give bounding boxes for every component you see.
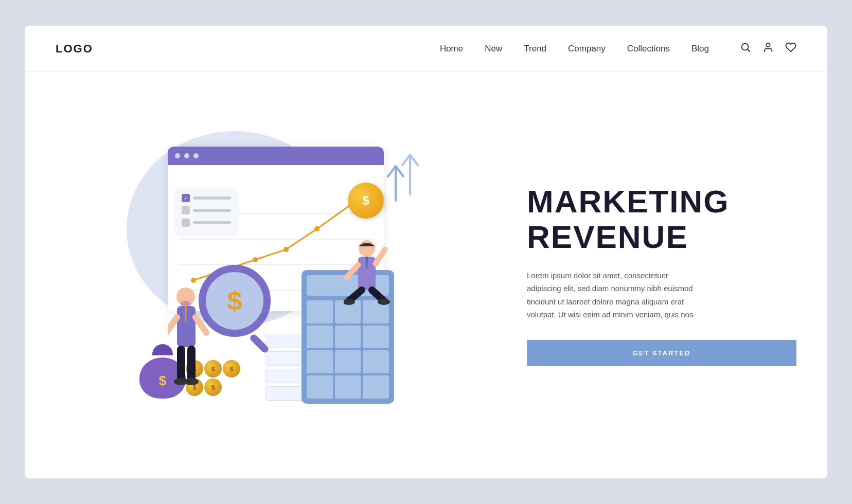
svg-point-0 xyxy=(742,44,749,50)
hero-illustration: ✓ $ xyxy=(25,72,506,478)
calc-key-10 xyxy=(307,375,333,399)
nav-link-blog[interactable]: Blog xyxy=(691,44,709,53)
magnifier-handle xyxy=(248,333,270,354)
person-standing xyxy=(168,286,214,394)
hero-text: MARKETING REVENUE Lorem ipsum dolor sit … xyxy=(506,72,827,478)
logo: LOGO xyxy=(56,42,93,56)
nav-link-home[interactable]: Home xyxy=(440,44,463,53)
calc-key-6 xyxy=(363,326,389,349)
check-line-2 xyxy=(193,209,231,212)
hero-section: ✓ $ xyxy=(25,72,827,478)
svg-rect-20 xyxy=(177,346,185,382)
arrow-up-2 xyxy=(397,151,423,197)
svg-point-23 xyxy=(184,378,199,385)
hero-title-line2: REVENUE xyxy=(527,219,688,255)
svg-point-11 xyxy=(314,226,319,231)
heart-icon[interactable] xyxy=(785,42,796,56)
check-box-2 xyxy=(182,206,190,214)
hero-title-line1: MARKETING xyxy=(527,184,729,219)
coin-3: $ xyxy=(223,360,240,377)
svg-point-9 xyxy=(253,257,258,262)
nav-icons xyxy=(740,42,796,56)
svg-point-7 xyxy=(191,278,196,283)
calc-key-5 xyxy=(335,326,361,349)
navbar: LOGO Home New Trend Company Collections … xyxy=(25,26,827,72)
svg-line-27 xyxy=(346,265,358,278)
check-item-3 xyxy=(182,219,231,227)
svg-line-28 xyxy=(376,249,385,264)
nav-link-collections[interactable]: Collections xyxy=(627,44,670,53)
nav-item-trend[interactable]: Trend xyxy=(524,44,546,54)
check-item-1: ✓ xyxy=(182,194,231,202)
user-icon[interactable] xyxy=(762,42,774,56)
svg-point-25 xyxy=(359,240,375,257)
small-coin: $ xyxy=(348,183,384,219)
check-box-1: ✓ xyxy=(182,194,190,202)
nav-link-trend[interactable]: Trend xyxy=(524,44,546,53)
nav-links: Home New Trend Company Collections Blog xyxy=(440,44,709,54)
nav-link-company[interactable]: Company xyxy=(568,44,606,53)
svg-line-19 xyxy=(196,317,206,333)
magnifier-coin-symbol: $ xyxy=(227,285,242,316)
page-wrapper: LOGO Home New Trend Company Collections … xyxy=(25,26,827,478)
bag-dollar: $ xyxy=(159,373,166,389)
hero-description: Lorem ipsum dolor sit amet, consectetuer… xyxy=(527,269,702,321)
svg-rect-21 xyxy=(187,346,196,382)
nav-item-blog[interactable]: Blog xyxy=(691,44,709,54)
svg-point-10 xyxy=(283,247,289,252)
illustration-container: ✓ $ xyxy=(96,116,446,435)
check-item-2 xyxy=(182,206,231,214)
calc-key-1 xyxy=(307,300,333,323)
calc-key-11 xyxy=(335,375,361,399)
browser-dot-2 xyxy=(184,153,189,158)
search-icon[interactable] xyxy=(740,42,751,56)
browser-header xyxy=(168,147,384,165)
calc-key-12 xyxy=(363,375,389,399)
svg-point-32 xyxy=(378,299,390,305)
svg-line-1 xyxy=(748,49,750,51)
nav-item-new[interactable]: New xyxy=(485,44,502,54)
calc-key-8 xyxy=(335,350,361,373)
calc-key-7 xyxy=(307,350,333,373)
svg-point-2 xyxy=(766,43,770,47)
nav-item-company[interactable]: Company xyxy=(568,44,606,54)
calc-key-9 xyxy=(363,350,389,373)
checklist-card: ✓ xyxy=(175,188,237,234)
svg-line-18 xyxy=(168,317,177,338)
nav-item-collections[interactable]: Collections xyxy=(627,44,670,54)
check-box-3 xyxy=(182,219,190,227)
browser-dot-3 xyxy=(193,153,199,158)
nav-link-new[interactable]: New xyxy=(485,44,502,53)
hero-title: MARKETING REVENUE xyxy=(527,184,796,254)
check-line-1 xyxy=(193,196,231,200)
person-sitting xyxy=(344,239,390,321)
cta-button[interactable]: GET STARTED xyxy=(527,340,796,366)
nav-item-home[interactable]: Home xyxy=(440,44,463,54)
browser-dot-1 xyxy=(175,153,180,158)
check-line-3 xyxy=(193,221,231,224)
calc-key-4 xyxy=(307,326,333,349)
